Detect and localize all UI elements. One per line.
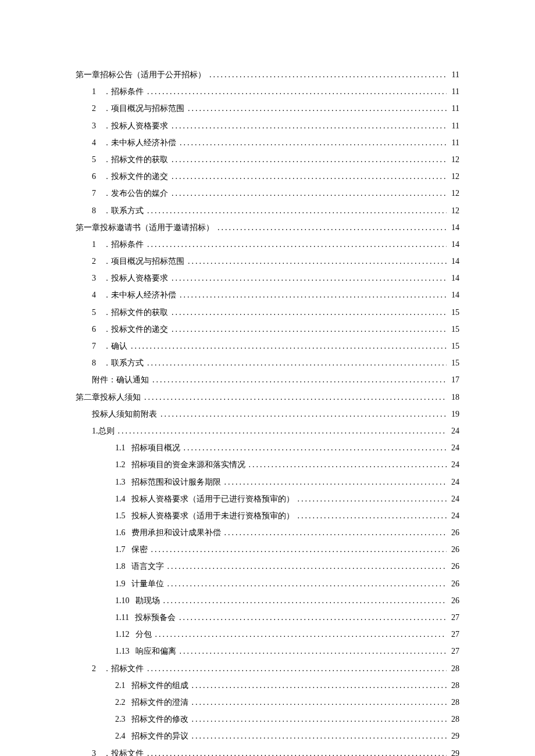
toc-entry-label: 计量单位 [131, 579, 164, 589]
toc-entry: 2．项目概况与招标范围11 [92, 103, 459, 114]
toc-entry-label: 招标文件的修改 [131, 714, 188, 725]
toc-leader-dots [151, 544, 447, 555]
toc-entry-number: 1.4 [115, 494, 126, 504]
toc-entry-page: 14 [448, 223, 459, 233]
toc-entry: 2.1招标文件的组成28 [115, 680, 459, 691]
toc-entry-page: 26 [448, 596, 459, 606]
toc-entry: 1.1招标项目概况24 [115, 443, 459, 453]
toc-entry: 8．联系方式15 [92, 358, 459, 368]
toc-entry-page: 19 [448, 409, 459, 420]
toc-entry-number: 2.3 [115, 714, 126, 725]
toc-leader-dots [298, 494, 447, 504]
toc-entry: 1.4投标人资格要求（适用于已进行资格预审的）24 [115, 494, 459, 504]
toc-entry-page: 29 [448, 748, 459, 757]
toc-entry: 2.3招标文件的修改28 [115, 714, 459, 725]
toc-entry-label: 勘现场 [135, 596, 160, 606]
toc-entry: 1．招标条件14 [92, 239, 459, 250]
toc-entry-page: 26 [448, 561, 459, 572]
toc-entry: 7．发布公告的媒介12 [92, 188, 459, 199]
toc-leader-dots [180, 646, 447, 657]
toc-entry-number: 2 [92, 103, 96, 114]
toc-entry: 4．未中标人经济补偿14 [92, 290, 459, 300]
toc-leader-dots [131, 341, 447, 352]
toc-entry-label: 语言文字 [131, 561, 164, 572]
toc-leader-dots [172, 307, 447, 318]
toc-leader-dots [188, 256, 447, 267]
toc-entry: 8．联系方式12 [92, 206, 459, 216]
toc-leader-dots [172, 121, 447, 131]
toc-leader-dots [118, 426, 447, 436]
toc-entry-page: 11 [448, 70, 459, 80]
toc-entry-label: ．投标人资格要求 [103, 121, 168, 131]
toc-leader-dots [180, 290, 447, 300]
toc-leader-dots [180, 138, 447, 148]
toc-entry-number: 3 [92, 748, 96, 757]
toc-entry-label: 附件：确认通知 [92, 375, 149, 385]
toc-leader-dots [147, 664, 447, 674]
toc-entry-label: ．确认 [103, 341, 127, 352]
toc-entry-number: 1.10 [115, 596, 130, 606]
toc-entry-label: 招标文件的异议 [131, 731, 188, 741]
toc-entry-page: 11 [448, 87, 459, 97]
table-of-contents: 第一章招标公告（适用于公开招标）111．招标条件112．项目概况与招标范围113… [76, 70, 459, 756]
toc-entry-page: 27 [448, 629, 459, 640]
toc-leader-dots [192, 714, 447, 725]
toc-entry-number: 2.4 [115, 731, 126, 741]
toc-entry: 1.13 响应和偏离27 [115, 646, 459, 657]
toc-entry-number: 4 [92, 138, 96, 148]
toc-entry-page: 15 [448, 358, 459, 368]
toc-leader-dots [160, 409, 447, 420]
toc-entry-number: 4 [92, 290, 96, 300]
toc-entry: 第二章投标人须知18 [76, 392, 459, 403]
toc-leader-dots [172, 188, 447, 199]
toc-entry-page: 26 [448, 579, 459, 589]
toc-entry: 1.总则24 [92, 426, 459, 436]
toc-entry: 2．项目概况与招标范围14 [92, 256, 459, 267]
toc-entry-label: 第二章投标人须知 [76, 392, 141, 403]
toc-entry-number: 1.1 [115, 443, 126, 453]
toc-entry-page: 24 [448, 426, 459, 436]
toc-entry-number: 1.3 [115, 477, 126, 488]
toc-entry-number: 1.7 [115, 544, 126, 555]
toc-leader-dots [147, 358, 447, 368]
toc-entry-number: 1.2 [115, 460, 126, 470]
toc-entry: 1.2招标项目的资金来源和落实情况24 [115, 460, 459, 470]
toc-entry-page: 11 [448, 138, 459, 148]
toc-entry-label: 1.总则 [92, 426, 115, 436]
toc-entry-number: 3 [92, 121, 96, 131]
toc-leader-dots [179, 612, 447, 623]
toc-entry-label: 第一章招标公告（适用于公开招标） [76, 70, 206, 80]
toc-entry-label: ．招标文件的获取 [103, 307, 168, 318]
toc-entry: 1.11 投标预备会27 [115, 612, 459, 623]
toc-leader-dots [192, 731, 447, 741]
toc-entry-page: 26 [448, 528, 459, 538]
toc-entry: 2.2招标文件的澄清28 [115, 697, 459, 708]
toc-entry-number: 1.13 [115, 646, 130, 657]
toc-entry-label: 投标人须知前附表 [92, 409, 157, 420]
toc-entry: 5．招标文件的获取12 [92, 155, 459, 165]
toc-entry-page: 24 [448, 511, 459, 521]
toc-leader-dots [147, 87, 447, 97]
toc-entry-number: 1.12 [115, 629, 130, 640]
toc-entry-label: ．发布公告的媒介 [103, 188, 168, 199]
toc-entry: 1.8语言文字26 [115, 561, 459, 572]
toc-entry-number: 1 [92, 239, 96, 250]
toc-leader-dots [172, 324, 447, 335]
toc-entry-page: 11 [448, 103, 459, 114]
toc-entry: 3．投标人资格要求11 [92, 121, 459, 131]
toc-leader-dots [155, 629, 447, 640]
toc-entry-number: 2 [92, 664, 96, 674]
toc-entry: 1.9计量单位26 [115, 579, 459, 589]
toc-entry-label: 招标范围和设计服务期限 [131, 477, 221, 488]
toc-entry-number: 1 [92, 87, 96, 97]
toc-entry-label: 投标人资格要求（适用于已进行资格预审的） [131, 494, 294, 504]
toc-entry-label: ．投标人资格要求 [103, 273, 168, 284]
toc-entry: 1.3招标范围和设计服务期限24 [115, 477, 459, 488]
toc-entry: 1.10 勘现场26 [115, 596, 459, 606]
toc-leader-dots [172, 273, 447, 284]
toc-entry-page: 29 [448, 731, 459, 741]
toc-entry-label: ．投标文件的递交 [103, 171, 168, 182]
toc-entry: 1.7保密26 [115, 544, 459, 555]
toc-entry: 4．未中标人经济补偿11 [92, 138, 459, 148]
toc-entry-label: ．项目概况与招标范围 [103, 256, 184, 267]
